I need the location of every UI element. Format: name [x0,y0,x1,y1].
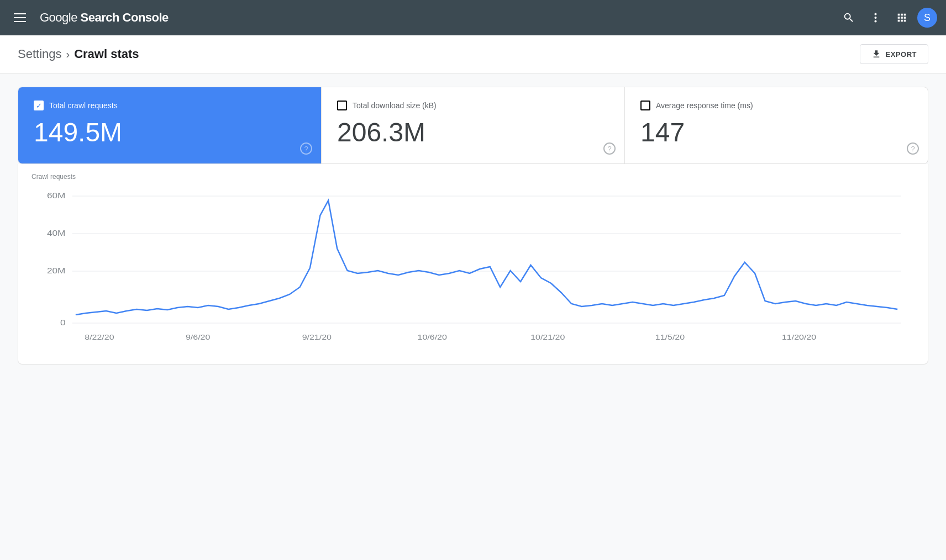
search-icon [843,12,855,24]
svg-text:40M: 40M [47,229,65,237]
help-icon-response[interactable]: ? [907,142,919,155]
svg-text:8/22/20: 8/22/20 [85,333,114,341]
stats-cards: ✓ Total crawl requests 149.5M ? Total do… [18,87,928,164]
svg-text:10/6/20: 10/6/20 [418,333,447,341]
checkbox-response-time[interactable] [640,101,650,110]
stat-card-total-crawl-requests[interactable]: ✓ Total crawl requests 149.5M ? [18,87,322,163]
svg-text:11/20/20: 11/20/20 [782,333,816,341]
stat-value-crawl-requests: 149.5M [34,119,306,146]
help-icon-download[interactable]: ? [603,142,616,155]
svg-text:60M: 60M [47,192,65,200]
stat-card-header-response: Average response time (ms) [640,101,912,110]
checkbox-crawl-requests[interactable]: ✓ [34,101,44,110]
svg-point-0 [874,13,876,15]
checkmark-icon: ✓ [36,102,42,109]
svg-text:9/21/20: 9/21/20 [302,333,332,341]
svg-text:20M: 20M [47,267,65,275]
stat-card-total-download-size[interactable]: Total download size (kB) 206.3M ? [322,87,625,163]
header-right: S [838,7,937,29]
stat-label-response-time: Average response time (ms) [656,101,753,110]
breadcrumb-bar: Settings › Crawl stats EXPORT [0,35,946,73]
header: Google Search Console S [0,0,946,35]
stat-card-header-crawl: ✓ Total crawl requests [34,101,306,110]
breadcrumb: Settings › Crawl stats [18,47,139,61]
breadcrumb-settings[interactable]: Settings [18,47,62,61]
export-icon [871,49,881,59]
svg-text:9/6/20: 9/6/20 [186,333,210,341]
search-button[interactable] [838,7,860,29]
stat-value-response-time: 147 [640,119,912,146]
stat-label-download-size: Total download size (kB) [353,101,437,110]
help-icon-crawl[interactable]: ? [300,142,312,155]
stat-label-crawl-requests: Total crawl requests [49,101,118,110]
header-left: Google Search Console [9,7,838,29]
svg-text:0: 0 [60,319,66,327]
svg-point-2 [874,20,876,22]
chart-y-label: Crawl requests [31,173,915,181]
apps-button[interactable] [891,7,913,29]
export-button[interactable]: EXPORT [860,44,928,64]
stat-value-download-size: 206.3M [337,119,609,146]
main-content: ✓ Total crawl requests 149.5M ? Total do… [0,73,946,378]
menu-button[interactable] [9,7,31,29]
chart-wrap: 60M 40M 20M 0 8/22/20 9/6/20 9/21/20 10/… [31,185,915,351]
checkbox-download-size[interactable] [337,101,347,110]
chart-container: Crawl requests 60M 40M 20M 0 8/22/20 9/6… [18,164,928,364]
more-options-icon [874,12,877,24]
more-options-button[interactable] [864,7,886,29]
breadcrumb-separator: › [66,48,70,61]
crawl-requests-chart: 60M 40M 20M 0 8/22/20 9/6/20 9/21/20 10/… [31,185,915,351]
avatar[interactable]: S [917,8,937,28]
apps-icon [896,12,908,24]
stat-card-avg-response-time[interactable]: Average response time (ms) 147 ? [625,87,928,163]
svg-text:11/5/20: 11/5/20 [655,333,685,341]
breadcrumb-current: Crawl stats [74,47,139,61]
hamburger-icon [9,9,30,27]
svg-text:10/21/20: 10/21/20 [530,333,565,341]
stat-card-header-download: Total download size (kB) [337,101,609,110]
svg-point-1 [874,17,876,19]
app-title: Google Search Console [40,10,169,25]
